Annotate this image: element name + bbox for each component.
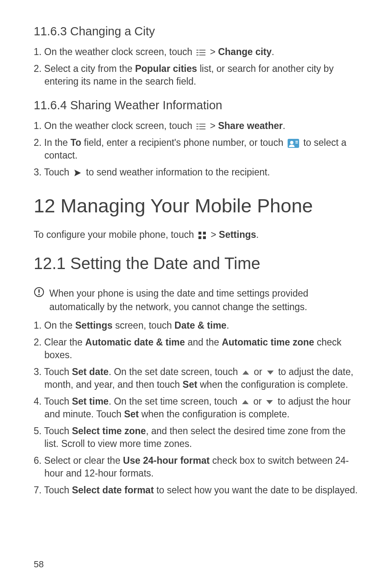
heading-12-1: 12.1 Setting the Date and Time (34, 254, 358, 273)
note-text: When your phone is using the date and ti… (49, 287, 358, 313)
text: . On the set date screen, touch (108, 366, 240, 377)
triangle-up-icon (242, 370, 249, 375)
apps-grid-icon (198, 231, 206, 239)
step-11-6-3-2: 2. Select a city from the Popular cities… (34, 62, 358, 88)
bold-text: Change city (218, 46, 272, 57)
chapter-12-intro: To configure your mobile phone, touch > … (34, 228, 358, 241)
step-12-1-1: 1. On the Settings screen, touch Date & … (34, 319, 358, 332)
step-11-6-4-3: 3. Touch to send weather information to … (34, 166, 358, 179)
bold-text: Select date format (72, 485, 154, 495)
svg-rect-9 (199, 126, 205, 127)
text: 2. Clear the (34, 337, 85, 348)
bold-text: Settings (219, 229, 256, 240)
triangle-up-icon (242, 400, 249, 405)
svg-rect-14 (295, 141, 298, 142)
heading-11-6-3: 11.6.3 Changing a City (34, 25, 358, 38)
text: . (283, 120, 285, 131)
text: 2. In the (34, 137, 71, 148)
text: screen, touch (113, 320, 175, 331)
svg-rect-11 (199, 129, 205, 129)
step-11-6-4-2: 2. In the To field, enter a recipient's … (34, 136, 358, 162)
svg-rect-19 (203, 236, 206, 239)
svg-rect-8 (196, 126, 198, 127)
text: 4. Touch (34, 396, 72, 407)
text: 1. On the (34, 320, 75, 331)
contact-icon (288, 139, 299, 148)
bold-text: Set date (72, 366, 108, 377)
svg-rect-15 (295, 143, 298, 143)
step-12-1-5: 5. Touch Select time zone, and then sele… (34, 425, 358, 450)
text: when the configuration is complete. (139, 409, 290, 419)
text: > (210, 120, 218, 131)
svg-rect-4 (196, 55, 198, 55)
heading-11-6-4: 11.6.4 Sharing Weather Information (34, 99, 358, 112)
caution-icon (34, 287, 44, 297)
text: or (253, 396, 264, 407)
svg-point-22 (38, 294, 40, 296)
bold-text: Popular cities (135, 63, 197, 74)
text: 7. Touch (34, 485, 72, 495)
text: 3. Touch (34, 366, 72, 377)
bold-text: Date & time (175, 320, 227, 331)
svg-rect-10 (196, 129, 198, 129)
svg-rect-0 (196, 50, 198, 51)
svg-rect-1 (199, 50, 205, 51)
bold-text: Use 24-hour format (123, 455, 210, 466)
text: 1. On the weather clock screen, touch (34, 120, 195, 131)
triangle-down-icon (266, 400, 273, 405)
triangle-down-icon (267, 370, 274, 375)
bold-text: Set (182, 379, 197, 390)
svg-rect-5 (199, 55, 205, 55)
text: . On the set time screen, touch (108, 396, 240, 407)
bold-text: Automatic date & time (85, 337, 185, 348)
heading-chapter-12: 12 Managing Your Mobile Phone (34, 194, 358, 217)
text: . (256, 229, 258, 240)
svg-rect-17 (203, 232, 206, 235)
text: 1. On the weather clock screen, touch (34, 46, 195, 57)
text: and the (185, 337, 222, 348)
svg-rect-16 (198, 232, 201, 235)
step-12-1-4: 4. Touch Set time. On the set time scree… (34, 395, 358, 421)
step-11-6-4-1: 1. On the weather clock screen, touch > … (34, 120, 358, 132)
bold-text: Set time (72, 396, 108, 407)
svg-rect-18 (198, 236, 201, 239)
bold-text: Select time zone (72, 426, 146, 436)
text: or (254, 366, 265, 377)
menu-icon (196, 49, 205, 56)
text: 2. Select a city from the (34, 63, 135, 74)
text: To configure your mobile phone, touch (34, 229, 196, 240)
bold-text: Share weather (218, 120, 283, 131)
bold-text: Automatic time zone (222, 337, 314, 348)
note-row: When your phone is using the date and ti… (34, 287, 358, 313)
text: > (210, 46, 218, 57)
svg-point-13 (290, 141, 293, 144)
text: 6. Select or clear the (34, 455, 123, 466)
text: 3. Touch (34, 167, 72, 177)
text: field, enter a recipient's phone number,… (81, 137, 286, 148)
text: to select how you want the date to be di… (154, 485, 357, 495)
menu-icon (196, 123, 205, 130)
text: > (211, 229, 219, 240)
page-number: 58 (34, 559, 44, 570)
step-12-1-3: 3. Touch Set date. On the set date scree… (34, 366, 358, 391)
svg-rect-21 (39, 289, 40, 293)
bold-text: To (71, 137, 81, 148)
bold-text: Set (124, 409, 139, 419)
text: when the configuration is complete. (197, 379, 348, 390)
send-icon (74, 169, 82, 177)
step-12-1-7: 7. Touch Select date format to select ho… (34, 484, 358, 497)
text: . (272, 46, 274, 57)
svg-rect-6 (196, 124, 198, 124)
bold-text: Settings (75, 320, 113, 331)
step-12-1-6: 6. Select or clear the Use 24-hour forma… (34, 454, 358, 480)
svg-rect-7 (199, 124, 205, 124)
svg-rect-2 (196, 52, 198, 53)
text: . (226, 320, 229, 331)
step-12-1-2: 2. Clear the Automatic date & time and t… (34, 336, 358, 361)
text: 5. Touch (34, 426, 72, 436)
svg-rect-3 (199, 52, 205, 53)
text: to send weather information to the recip… (86, 167, 270, 177)
step-11-6-3-1: 1. On the weather clock screen, touch > … (34, 46, 358, 58)
